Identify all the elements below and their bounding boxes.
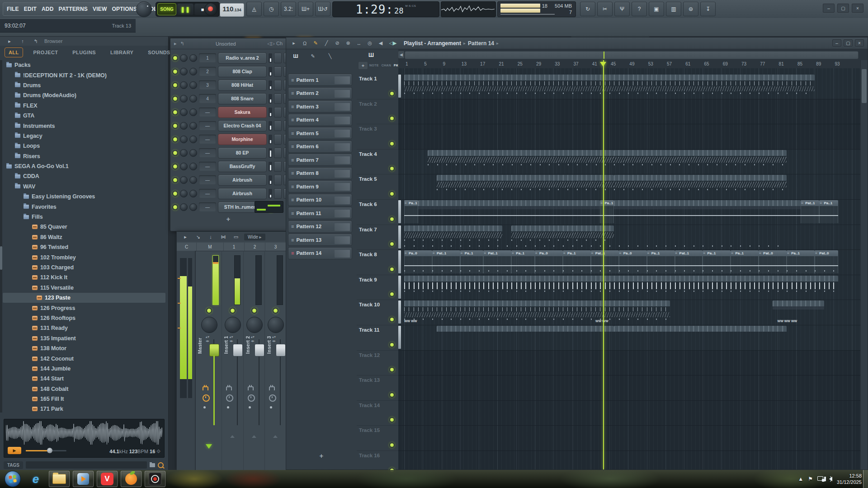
channel-volume-knob[interactable] [189,68,197,75]
tree-folder-item[interactable]: FLEX [3,101,165,111]
picker-slash-icon[interactable]: ╲ [325,52,335,60]
track-led[interactable] [389,267,395,272]
channel-pan-knob[interactable] [180,190,188,197]
strip-pan-knob[interactable] [268,317,284,333]
pause-button[interactable]: ❚❚ [177,4,193,15]
channel-volume-knob[interactable] [189,136,197,143]
strip-fader[interactable] [255,344,264,357]
playlist-maximize-button[interactable]: ▢ [844,39,853,47]
channel-button[interactable]: BassGruffy [218,161,267,172]
tree-file-item[interactable]: 115 Versatile [3,283,165,293]
step-cell[interactable] [274,134,282,145]
mixer-view-icon[interactable]: ▭ [231,233,241,241]
pattern-clip[interactable] [614,175,787,198]
track-lane[interactable] [398,450,860,469]
tree-folder-item[interactable]: CDDA [3,171,165,181]
step-cell[interactable] [274,94,282,104]
plugin-slot-icon[interactable] [248,386,254,390]
channel-target-box[interactable]: 4 [199,94,216,103]
track-header[interactable]: Track 11 [357,325,398,351]
channel-target-box[interactable]: — [199,202,216,211]
tags-input[interactable] [26,461,147,469]
tree-file-item[interactable]: 86 Waltz [3,232,165,242]
pattern-clip[interactable]: Pa..1 [404,200,418,224]
channel-volume-knob[interactable] [189,95,197,103]
track-header[interactable]: Track 10 [357,300,398,325]
maximize-button[interactable]: ▢ [837,4,849,13]
channel-pan-knob[interactable] [180,54,188,62]
tree-file-item[interactable]: 142 Coconut [3,353,165,363]
action-center-flag-icon[interactable]: ⚑ [808,476,813,482]
tree-folder-item[interactable]: Instruments [3,121,165,131]
channel-mute-led[interactable] [172,191,178,197]
track-header[interactable]: Track 8 [357,249,398,275]
pattern-clip[interactable] [437,175,614,198]
oscilloscope[interactable] [441,1,496,17]
tree-file-item[interactable]: 144 Start [3,374,165,384]
pattern-clip[interactable]: WW WW [404,319,423,324]
channel-button[interactable]: 808 Clap [218,66,267,77]
step-cell[interactable] [274,53,282,63]
channel-mute-led[interactable] [172,136,178,142]
pattern-clip[interactable] [428,150,614,174]
channel-mute-led[interactable] [172,109,178,115]
tree-file-item[interactable]: 144 Jumble [3,364,165,374]
timeline-ruler[interactable]: 1591317212529333741454953576165697377818… [398,60,860,69]
track-header[interactable]: Track 12 [357,350,398,376]
channel-volume-knob[interactable] [189,203,197,211]
pattern-clip[interactable] [614,150,787,174]
tree-folder-item[interactable]: SEGA A Go-Go Vol.1 [3,161,165,171]
vivaldi-icon[interactable]: V [97,471,118,487]
track-led[interactable] [389,342,395,347]
strip-fader[interactable] [209,344,219,357]
pattern-clip[interactable]: Pa..1 [600,200,614,224]
channel-mute-led[interactable] [172,164,178,169]
playlist-close-button[interactable]: × [855,39,864,47]
mixer-strip-master[interactable]: Master▴▾◂▸ [196,251,222,470]
track-header[interactable]: Track 7 [357,225,398,250]
add-channel-button[interactable]: + [170,215,286,223]
channel-target-box[interactable]: 2 [199,67,216,76]
step-cell[interactable] [274,66,282,77]
channel-target-box[interactable]: — [199,175,216,184]
tree-folder-item[interactable]: Favorites [3,202,165,211]
track-led[interactable] [389,367,395,372]
channel-button[interactable]: 80 EP [218,147,267,159]
channel-mute-led[interactable] [172,96,178,102]
track-led[interactable] [389,116,395,121]
pattern-item[interactable]: ≡Pattern 11 [288,207,352,219]
tree-folder-item[interactable]: !DECEPTION KIT 2 - 1K (DEMO) [3,70,165,80]
browser-tab-all[interactable]: ALL [5,47,23,57]
network-icon[interactable] [817,476,825,482]
tree-folder-item[interactable]: Easy Listening Grooves [3,192,165,202]
tree-folder-item[interactable]: GTA [3,111,165,121]
channel-mute-led[interactable] [172,123,178,129]
channel-target-box[interactable]: 1 [199,53,216,62]
pattern-item[interactable]: ≡Pattern 13 [288,234,352,246]
playlist-minimize-button[interactable]: – [832,39,841,47]
scroll-zoom-bar[interactable] [405,51,859,59]
strip-enable-led[interactable] [273,308,278,314]
track-led[interactable] [389,191,395,197]
track-led[interactable] [389,91,395,96]
channel-pan-knob[interactable] [180,95,188,103]
volume-icon[interactable] [829,477,832,481]
pattern-item[interactable]: ≡Pattern 12 [288,221,352,233]
internet-explorer-icon[interactable]: e [26,471,46,487]
pattern-item[interactable]: ≡Pattern 10 [288,194,352,206]
channel-volume-knob[interactable] [189,81,197,89]
tree-file-item[interactable]: 85 Quaver [3,222,165,232]
mixer-play-icon[interactable]: ▸ [180,233,190,241]
track-led[interactable] [389,442,395,448]
tree-folder-item[interactable]: Drums (ModeAudio) [3,90,165,100]
blend-notes-icon[interactable]: Ш+ [298,2,313,16]
pattern-item[interactable]: ≡Pattern 9 [288,180,352,192]
track-lane[interactable] [398,325,860,351]
track-lane[interactable] [398,375,860,401]
browser-scrollbar[interactable] [0,60,2,413]
detach-icon[interactable]: ◁▶ [388,39,398,47]
channel-volume-knob[interactable] [189,190,197,197]
close-button[interactable]: × [852,4,863,13]
pattern-clip[interactable] [614,326,787,349]
sample-waveform[interactable] [6,421,162,445]
